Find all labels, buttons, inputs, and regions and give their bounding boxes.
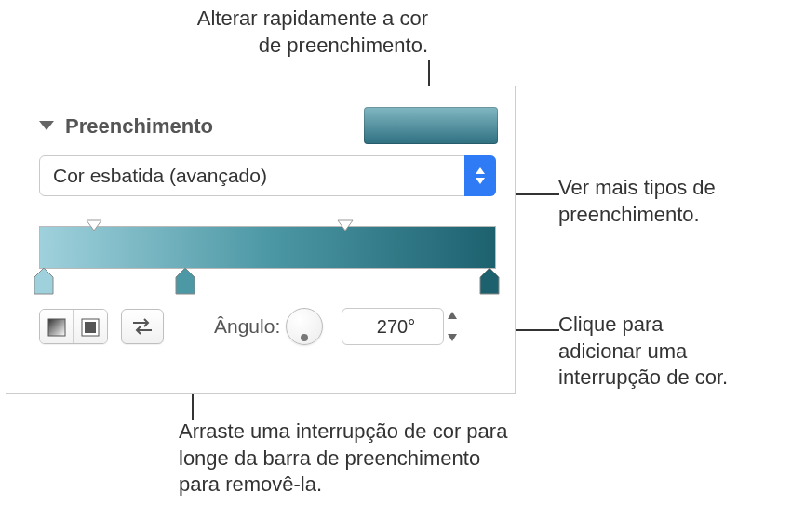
svg-marker-2	[476, 178, 485, 184]
gradient-type-group	[39, 309, 108, 344]
angle-knob[interactable]	[286, 308, 323, 345]
svg-rect-8	[48, 319, 65, 336]
color-stop[interactable]	[478, 268, 501, 296]
fill-panel: Preenchimento Cor esbatida (avançado)	[6, 86, 516, 394]
svg-marker-11	[448, 312, 457, 319]
stepper-down-icon[interactable]	[446, 332, 459, 343]
color-stop[interactable]	[174, 268, 196, 296]
midpoint-handle[interactable]	[85, 218, 103, 231]
chevron-down-icon[interactable]	[39, 118, 54, 135]
linear-gradient-button[interactable]	[40, 310, 74, 344]
callout-remove-stop: Arraste uma interrupção de cor para long…	[179, 419, 607, 499]
svg-rect-10	[85, 322, 96, 333]
callout-quick-color: Alterar rapidamente a cor de preenchimen…	[93, 6, 428, 59]
stepper-up-icon[interactable]	[446, 310, 459, 321]
callout-more-types: Ver mais tipos de preenchimento.	[558, 175, 800, 228]
gradient-bar[interactable]	[39, 226, 496, 269]
fill-type-value: Cor esbatida (avançado)	[53, 165, 267, 187]
svg-marker-4	[338, 220, 353, 231]
color-swatch[interactable]	[364, 107, 498, 144]
svg-marker-6	[176, 268, 195, 294]
callout-add-stop: Clique para adicionar uma interrupção de…	[558, 312, 800, 392]
flip-gradient-button[interactable]	[121, 309, 164, 344]
svg-marker-1	[476, 167, 485, 174]
svg-marker-3	[87, 220, 101, 231]
angle-field[interactable]	[342, 308, 444, 345]
fill-type-select[interactable]: Cor esbatida (avançado)	[39, 155, 496, 196]
section-title: Preenchimento	[65, 114, 213, 139]
up-down-arrows-icon[interactable]	[464, 155, 496, 196]
angle-label: Ângulo:	[214, 315, 280, 338]
svg-marker-5	[34, 268, 53, 294]
radial-gradient-button[interactable]	[74, 310, 107, 344]
svg-marker-0	[39, 121, 54, 130]
svg-marker-7	[480, 268, 499, 294]
angle-stepper[interactable]	[446, 310, 463, 343]
svg-marker-12	[448, 334, 457, 341]
gradient-editor[interactable]	[39, 226, 496, 269]
midpoint-handle[interactable]	[336, 218, 355, 231]
color-stop[interactable]	[33, 268, 55, 296]
